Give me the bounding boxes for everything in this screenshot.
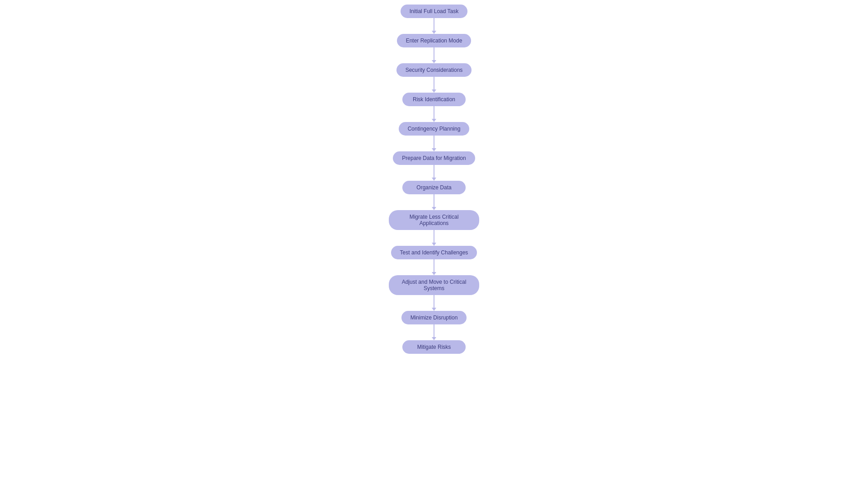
connector-9: [432, 259, 436, 275]
node-initial-full-load-task[interactable]: Initial Full Load Task: [401, 5, 468, 18]
node-mitigate-risks[interactable]: Mitigate Risks: [402, 340, 466, 354]
connector-2: [432, 47, 436, 63]
connector-line: [434, 47, 434, 60]
connector-line: [434, 259, 434, 272]
node-security-considerations[interactable]: Security Considerations: [396, 63, 472, 77]
connector-6: [432, 165, 436, 181]
connector-line: [434, 106, 434, 119]
connector-arrow: [432, 148, 436, 151]
connector-1: [432, 18, 436, 34]
node-label: Minimize Disruption: [410, 314, 458, 321]
connector-4: [432, 106, 436, 122]
connector-line: [434, 18, 434, 31]
connector-line: [434, 295, 434, 308]
connector-arrow: [432, 89, 436, 93]
connector-arrow: [432, 60, 436, 63]
node-label: Initial Full Load Task: [410, 8, 459, 14]
connector-3: [432, 77, 436, 93]
connector-line: [434, 194, 434, 207]
connector-line: [434, 324, 434, 337]
node-adjust-and-move-to-critical-systems[interactable]: Adjust and Move to Critical Systems: [389, 275, 479, 295]
connector-10: [432, 295, 436, 311]
connector-arrow: [432, 272, 436, 275]
connector-7: [432, 194, 436, 210]
flowchart: Initial Full Load Task Enter Replication…: [0, 0, 868, 354]
node-migrate-less-critical-applications[interactable]: Migrate Less Critical Applications: [389, 210, 479, 230]
node-label: Organize Data: [416, 184, 451, 191]
node-test-and-identify-challenges[interactable]: Test and Identify Challenges: [391, 246, 477, 259]
connector-11: [432, 324, 436, 340]
node-label: Migrate Less Critical Applications: [410, 214, 459, 226]
connector-line: [434, 165, 434, 178]
node-label: Prepare Data for Migration: [402, 155, 466, 161]
node-label: Enter Replication Mode: [406, 38, 462, 44]
node-label: Mitigate Risks: [417, 344, 451, 350]
node-organize-data[interactable]: Organize Data: [402, 181, 466, 194]
connector-arrow: [432, 119, 436, 122]
node-enter-replication-mode[interactable]: Enter Replication Mode: [397, 34, 472, 47]
node-risk-identification[interactable]: Risk Identification: [402, 93, 466, 106]
connector-line: [434, 230, 434, 243]
node-minimize-disruption[interactable]: Minimize Disruption: [401, 311, 467, 324]
node-label: Contingency Planning: [408, 126, 461, 132]
connector-8: [432, 230, 436, 246]
connector-arrow: [432, 243, 436, 246]
connector-line: [434, 77, 434, 89]
connector-5: [432, 136, 436, 151]
node-label: Security Considerations: [406, 67, 463, 73]
connector-arrow: [432, 308, 436, 311]
connector-arrow: [432, 31, 436, 34]
node-label: Adjust and Move to Critical Systems: [402, 279, 467, 291]
connector-line: [434, 136, 434, 148]
connector-arrow: [432, 337, 436, 340]
connector-arrow: [432, 207, 436, 210]
node-label: Risk Identification: [413, 96, 455, 103]
node-label: Test and Identify Challenges: [400, 249, 468, 256]
node-contingency-planning[interactable]: Contingency Planning: [399, 122, 470, 136]
node-prepare-data-for-migration[interactable]: Prepare Data for Migration: [393, 151, 475, 165]
connector-arrow: [432, 178, 436, 181]
